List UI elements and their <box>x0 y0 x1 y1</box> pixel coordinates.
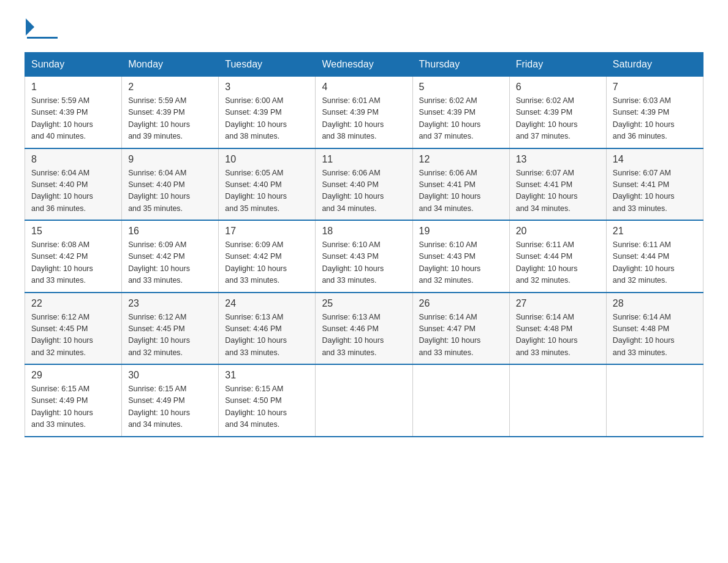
day-number: 4 <box>322 82 406 93</box>
day-cell: 3Sunrise: 6:00 AMSunset: 4:39 PMDaylight… <box>219 77 316 148</box>
day-number: 9 <box>128 154 212 165</box>
day-cell: 15Sunrise: 6:08 AMSunset: 4:42 PMDayligh… <box>25 220 122 293</box>
day-cell: 6Sunrise: 6:02 AMSunset: 4:39 PMDaylight… <box>509 77 606 148</box>
day-cell: 25Sunrise: 6:13 AMSunset: 4:46 PMDayligh… <box>316 293 412 365</box>
day-number: 30 <box>128 370 212 381</box>
day-info: Sunrise: 6:12 AMSunset: 4:45 PMDaylight:… <box>31 312 115 359</box>
calendar-body: 1Sunrise: 5:59 AMSunset: 4:39 PMDaylight… <box>25 77 703 437</box>
header-cell-tuesday: Tuesday <box>219 53 316 77</box>
day-number: 26 <box>419 298 503 309</box>
header-cell-monday: Monday <box>122 53 219 77</box>
day-info: Sunrise: 6:02 AMSunset: 4:39 PMDaylight:… <box>419 95 503 143</box>
day-number: 17 <box>225 226 309 237</box>
day-number: 15 <box>31 226 115 237</box>
day-info: Sunrise: 6:08 AMSunset: 4:42 PMDaylight:… <box>31 239 115 287</box>
calendar-table: SundayMondayTuesdayWednesdayThursdayFrid… <box>25 52 703 437</box>
day-cell: 8Sunrise: 6:04 AMSunset: 4:40 PMDaylight… <box>25 148 122 221</box>
day-number: 7 <box>613 82 697 93</box>
day-number: 21 <box>613 226 697 237</box>
day-info: Sunrise: 6:14 AMSunset: 4:48 PMDaylight:… <box>516 312 600 359</box>
day-number: 16 <box>128 226 212 237</box>
day-cell: 22Sunrise: 6:12 AMSunset: 4:45 PMDayligh… <box>25 293 122 365</box>
calendar-header: SundayMondayTuesdayWednesdayThursdayFrid… <box>25 53 703 77</box>
day-number: 1 <box>31 82 115 93</box>
day-info: Sunrise: 5:59 AMSunset: 4:39 PMDaylight:… <box>128 95 212 143</box>
day-cell: 13Sunrise: 6:07 AMSunset: 4:41 PMDayligh… <box>509 148 606 221</box>
day-info: Sunrise: 5:59 AMSunset: 4:39 PMDaylight:… <box>31 95 115 143</box>
day-number: 23 <box>128 298 212 309</box>
day-info: Sunrise: 6:15 AMSunset: 4:49 PMDaylight:… <box>31 383 115 431</box>
week-row-3: 15Sunrise: 6:08 AMSunset: 4:42 PMDayligh… <box>25 220 703 293</box>
day-cell: 4Sunrise: 6:01 AMSunset: 4:39 PMDaylight… <box>316 77 412 148</box>
week-row-2: 8Sunrise: 6:04 AMSunset: 4:40 PMDaylight… <box>25 148 703 221</box>
day-cell <box>316 364 412 437</box>
day-cell: 5Sunrise: 6:02 AMSunset: 4:39 PMDaylight… <box>412 77 509 148</box>
header-cell-thursday: Thursday <box>412 53 509 77</box>
day-info: Sunrise: 6:07 AMSunset: 4:41 PMDaylight:… <box>516 167 600 215</box>
header-row: SundayMondayTuesdayWednesdayThursdayFrid… <box>25 53 703 77</box>
day-number: 31 <box>225 370 309 381</box>
day-info: Sunrise: 6:04 AMSunset: 4:40 PMDaylight:… <box>128 167 212 215</box>
day-number: 29 <box>31 370 115 381</box>
day-number: 27 <box>516 298 600 309</box>
day-cell: 9Sunrise: 6:04 AMSunset: 4:40 PMDaylight… <box>122 148 219 221</box>
header-cell-saturday: Saturday <box>606 53 703 77</box>
day-number: 8 <box>31 154 115 165</box>
week-row-1: 1Sunrise: 5:59 AMSunset: 4:39 PMDaylight… <box>25 77 703 148</box>
week-row-4: 22Sunrise: 6:12 AMSunset: 4:45 PMDayligh… <box>25 293 703 365</box>
day-info: Sunrise: 6:00 AMSunset: 4:39 PMDaylight:… <box>225 95 309 143</box>
day-number: 14 <box>613 154 697 165</box>
day-cell: 30Sunrise: 6:15 AMSunset: 4:49 PMDayligh… <box>122 364 219 437</box>
day-cell: 11Sunrise: 6:06 AMSunset: 4:40 PMDayligh… <box>316 148 412 221</box>
page-header <box>25 18 703 40</box>
day-cell: 7Sunrise: 6:03 AMSunset: 4:39 PMDaylight… <box>606 77 703 148</box>
day-cell: 10Sunrise: 6:05 AMSunset: 4:40 PMDayligh… <box>219 148 316 221</box>
day-cell: 20Sunrise: 6:11 AMSunset: 4:44 PMDayligh… <box>509 220 606 293</box>
day-number: 18 <box>322 226 406 237</box>
day-number: 3 <box>225 82 309 93</box>
day-info: Sunrise: 6:09 AMSunset: 4:42 PMDaylight:… <box>128 239 212 287</box>
day-info: Sunrise: 6:10 AMSunset: 4:43 PMDaylight:… <box>419 239 503 287</box>
header-cell-wednesday: Wednesday <box>316 53 412 77</box>
day-cell: 19Sunrise: 6:10 AMSunset: 4:43 PMDayligh… <box>412 220 509 293</box>
day-cell: 21Sunrise: 6:11 AMSunset: 4:44 PMDayligh… <box>606 220 703 293</box>
day-info: Sunrise: 6:13 AMSunset: 4:46 PMDaylight:… <box>322 312 406 359</box>
day-info: Sunrise: 6:10 AMSunset: 4:43 PMDaylight:… <box>322 239 406 287</box>
day-info: Sunrise: 6:11 AMSunset: 4:44 PMDaylight:… <box>613 239 697 287</box>
day-cell: 1Sunrise: 5:59 AMSunset: 4:39 PMDaylight… <box>25 77 122 148</box>
day-cell: 16Sunrise: 6:09 AMSunset: 4:42 PMDayligh… <box>122 220 219 293</box>
day-number: 13 <box>516 154 600 165</box>
logo <box>25 18 58 40</box>
day-info: Sunrise: 6:13 AMSunset: 4:46 PMDaylight:… <box>225 312 309 359</box>
day-cell: 26Sunrise: 6:14 AMSunset: 4:47 PMDayligh… <box>412 293 509 365</box>
day-info: Sunrise: 6:12 AMSunset: 4:45 PMDaylight:… <box>128 312 212 359</box>
day-info: Sunrise: 6:14 AMSunset: 4:48 PMDaylight:… <box>613 312 697 359</box>
day-info: Sunrise: 6:05 AMSunset: 4:40 PMDaylight:… <box>225 167 309 215</box>
day-number: 19 <box>419 226 503 237</box>
day-info: Sunrise: 6:04 AMSunset: 4:40 PMDaylight:… <box>31 167 115 215</box>
day-cell <box>606 364 703 437</box>
day-info: Sunrise: 6:01 AMSunset: 4:39 PMDaylight:… <box>322 95 406 143</box>
day-cell <box>509 364 606 437</box>
day-cell: 17Sunrise: 6:09 AMSunset: 4:42 PMDayligh… <box>219 220 316 293</box>
day-cell <box>412 364 509 437</box>
day-info: Sunrise: 6:07 AMSunset: 4:41 PMDaylight:… <box>613 167 697 215</box>
day-number: 5 <box>419 82 503 93</box>
day-info: Sunrise: 6:09 AMSunset: 4:42 PMDaylight:… <box>225 239 309 287</box>
day-info: Sunrise: 6:06 AMSunset: 4:41 PMDaylight:… <box>419 167 503 215</box>
day-number: 2 <box>128 82 212 93</box>
header-cell-friday: Friday <box>509 53 606 77</box>
day-cell: 29Sunrise: 6:15 AMSunset: 4:49 PMDayligh… <box>25 364 122 437</box>
day-number: 24 <box>225 298 309 309</box>
day-cell: 12Sunrise: 6:06 AMSunset: 4:41 PMDayligh… <box>412 148 509 221</box>
day-number: 25 <box>322 298 406 309</box>
logo-triangle-icon <box>26 18 34 36</box>
week-row-5: 29Sunrise: 6:15 AMSunset: 4:49 PMDayligh… <box>25 364 703 437</box>
day-cell: 2Sunrise: 5:59 AMSunset: 4:39 PMDaylight… <box>122 77 219 148</box>
day-info: Sunrise: 6:03 AMSunset: 4:39 PMDaylight:… <box>613 95 697 143</box>
day-info: Sunrise: 6:15 AMSunset: 4:49 PMDaylight:… <box>128 383 212 431</box>
day-number: 28 <box>613 298 697 309</box>
day-info: Sunrise: 6:06 AMSunset: 4:40 PMDaylight:… <box>322 167 406 215</box>
day-number: 10 <box>225 154 309 165</box>
day-number: 6 <box>516 82 600 93</box>
